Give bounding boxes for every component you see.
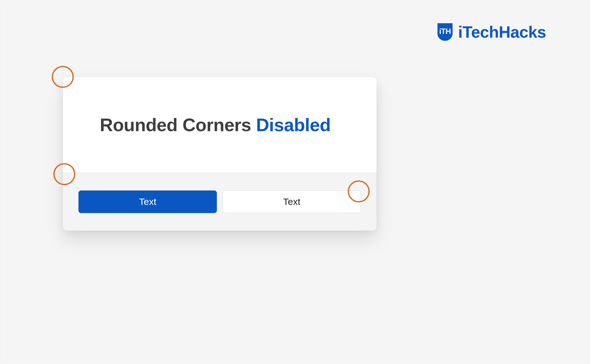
dialog-title: Rounded Corners Disabled [100,114,331,135]
primary-button[interactable]: Text [78,190,217,213]
dialog-card: Rounded Corners Disabled Text Text [63,77,377,231]
brand-name: iTechHacks [458,24,546,40]
svg-text:iTH: iTH [439,27,451,35]
dialog-body: Rounded Corners Disabled [63,77,377,173]
dialog-title-accent: Disabled [256,115,331,135]
dialog-title-main: Rounded Corners [100,115,256,135]
dialog-footer: Text Text [63,173,377,231]
brand-watermark: iTH iTechHacks [435,22,546,42]
itechhacks-logo-icon: iTH [435,22,455,42]
secondary-button[interactable]: Text [223,190,361,213]
